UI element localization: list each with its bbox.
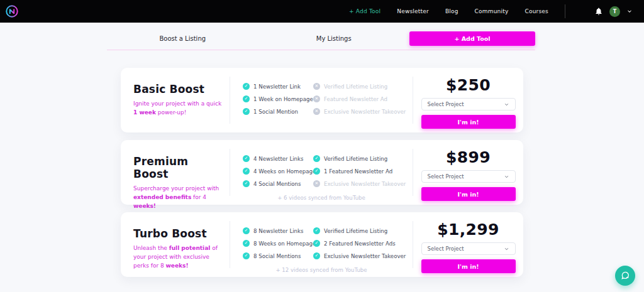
feature-label: Exclusive Newsletter Takeover [324, 181, 406, 187]
feature-label: 8 Weeks on Homepage [253, 241, 316, 247]
select-project-label: Select Project [428, 246, 464, 252]
feature-label: 2 Featured Newsletter Ads [324, 241, 396, 247]
select-project-label: Select Project [428, 101, 464, 107]
add-tool-button[interactable]: + Add Tool [409, 31, 535, 46]
feature-item: ✓2 Featured Newsletter Ads [313, 240, 413, 247]
feature-label: 8 Newsletter Links [253, 228, 303, 234]
chevron-down-icon[interactable] [626, 8, 633, 14]
feature-item: ✓1 Week on Homepage [243, 95, 313, 102]
check-icon: ✓ [243, 95, 250, 102]
feature-item: ✕Exclusive Newsletter Takeover [313, 108, 413, 115]
cross-icon: ✕ [313, 108, 320, 115]
nav-community[interactable]: Community [475, 8, 509, 14]
feature-item: ✕Featured Newsletter Ad [313, 95, 413, 102]
chat-widget-button[interactable] [615, 266, 635, 286]
feature-item: ✓Verified Lifetime Listing [313, 227, 413, 234]
plan-card: Turbo Boost Unleash the full potential o… [121, 212, 523, 277]
check-icon: ✓ [243, 240, 250, 247]
plan-card-list: Basic Boost Ignite your project with a q… [121, 68, 523, 277]
brand-logo[interactable] [5, 4, 19, 18]
plan-price: $250 [446, 76, 491, 94]
feature-label: Verified Lifetime Listing [324, 84, 387, 90]
im-in-button[interactable]: I'm in! [421, 187, 516, 201]
check-icon: ✓ [243, 227, 250, 234]
cross-icon: ✕ [313, 83, 320, 90]
nav-blog[interactable]: Blog [445, 8, 458, 14]
nav-add-tool[interactable]: + Add Tool [349, 8, 380, 14]
feature-item: ✓Exclusive Newsletter Takeover [313, 252, 413, 259]
plan-price: $1,299 [437, 220, 499, 239]
check-icon: ✓ [243, 108, 250, 115]
feature-item: ✓Verified Lifetime Listing [313, 155, 413, 162]
feature-item: ✓8 Weeks on Homepage [243, 240, 313, 247]
tab-boost-a-listing[interactable]: Boost a Listing [107, 35, 258, 42]
feature-label: 4 Social Mentions [253, 181, 301, 187]
plan-title: Premium Boost [133, 155, 226, 180]
check-icon: ✓ [243, 83, 250, 90]
feature-item: ✓4 Newsletter Links [243, 155, 313, 162]
chevron-down-icon [504, 174, 509, 180]
feature-item: ✓8 Newsletter Links [243, 227, 313, 234]
check-icon: ✓ [243, 252, 250, 259]
plan-tagline: Ignite your project with a quick 1 week … [133, 100, 226, 117]
feature-label: 1 Social Mention [253, 109, 298, 115]
logo-n-icon [5, 4, 19, 18]
select-project-dropdown[interactable]: Select Project [421, 170, 516, 183]
feature-label: Verified Lifetime Listing [324, 228, 387, 234]
plan-card: Premium Boost Supercharge your project w… [121, 140, 523, 205]
feature-label: 1 Featured Newsletter Ad [324, 168, 392, 175]
chevron-down-icon [504, 246, 509, 252]
tab-my-listings[interactable]: My Listings [258, 35, 410, 42]
feature-label: 4 Weeks on Homepage [253, 168, 316, 175]
check-icon: ✓ [243, 180, 250, 187]
check-icon: ✓ [313, 240, 320, 247]
plan-title: Basic Boost [133, 83, 226, 95]
check-icon: ✓ [313, 227, 320, 234]
feature-label: Exclusive Newsletter Takeover [324, 109, 406, 115]
nav-newsletter[interactable]: Newsletter [397, 8, 429, 14]
cross-icon: ✕ [313, 95, 320, 102]
plan-card: Basic Boost Ignite your project with a q… [121, 68, 523, 132]
check-icon: ✓ [313, 168, 320, 175]
check-icon: ✓ [243, 155, 250, 162]
feature-item: ✕Exclusive Newsletter Takeover [313, 180, 413, 187]
feature-label: 8 Social Mentions [253, 253, 301, 259]
chevron-down-icon [504, 102, 509, 107]
feature-item: ✓4 Weeks on Homepage [243, 168, 313, 175]
im-in-button[interactable]: I'm in! [421, 115, 516, 129]
feature-label: Featured Newsletter Ad [324, 96, 387, 102]
nav-courses[interactable]: Courses [525, 8, 548, 14]
feature-item: ✓1 Newsletter Link [243, 83, 313, 90]
check-icon: ✓ [313, 252, 320, 259]
feature-label: 1 Newsletter Link [253, 84, 301, 90]
plan-price: $899 [446, 148, 491, 166]
im-in-button[interactable]: I'm in! [421, 259, 516, 273]
feature-item: ✓1 Social Mention [243, 108, 313, 115]
feature-label: 4 Newsletter Links [253, 156, 303, 162]
feature-label: Exclusive Newsletter Takeover [324, 253, 406, 259]
check-icon: ✓ [243, 168, 250, 175]
top-header: + Add Tool Newsletter Blog Community Cou… [0, 0, 644, 23]
plan-note: + 12 videos synced from YouTube [230, 267, 413, 273]
plan-tagline: Unleash the full potential of your proje… [133, 244, 226, 271]
feature-label: 1 Week on Homepage [253, 96, 313, 102]
feature-item: ✓1 Featured Newsletter Ad [313, 168, 413, 175]
plan-note: + 6 videos synced from YouTube [230, 195, 413, 201]
listing-tabbar: Boost a Listing My Listings + Add Tool [107, 31, 535, 50]
feature-item: ✕Verified Lifetime Listing [313, 83, 413, 90]
chat-bubble-icon [620, 271, 630, 281]
user-avatar[interactable]: T [609, 6, 620, 17]
select-project-dropdown[interactable]: Select Project [421, 98, 516, 111]
select-project-dropdown[interactable]: Select Project [421, 242, 516, 255]
plan-title: Turbo Boost [133, 227, 226, 240]
features-left: ✓1 Newsletter Link✓1 Week on Homepage✓1 … [243, 83, 313, 132]
notifications-bell-icon[interactable] [594, 7, 603, 16]
features-right: ✕Verified Lifetime Listing✕Featured News… [313, 83, 413, 132]
select-project-label: Select Project [428, 173, 464, 180]
header-divider [565, 4, 565, 18]
header-nav: + Add Tool Newsletter Blog Community Cou… [349, 8, 548, 14]
feature-label: Verified Lifetime Listing [324, 156, 387, 162]
cross-icon: ✕ [313, 180, 320, 187]
check-icon: ✓ [313, 155, 320, 162]
feature-item: ✓4 Social Mentions [243, 180, 313, 187]
